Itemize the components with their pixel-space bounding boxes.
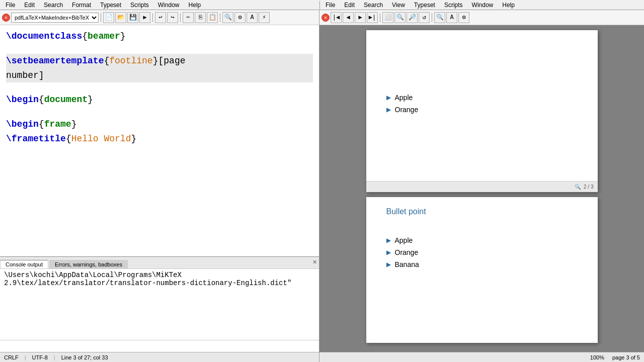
bullet-arrow-icon-4: ▶ [386,249,391,256]
bullet-label-orange-lower: Orange [395,248,419,256]
console-input[interactable] [0,340,319,352]
line-ending-status: CRLF [4,354,19,360]
pdf-first-page-button[interactable]: |◀ [331,12,342,23]
pdf-status-bar: 100% page 3 of 5 [319,352,644,362]
menu-search-right[interactable]: Search [362,1,384,9]
open-file-button[interactable]: 📂 [115,12,126,23]
bullet-list-lower: ▶ Apple ▶ Orange ▶ Banana [386,236,578,273]
pdf-toolbar-sep-1 [380,13,380,22]
pdf-page-lower-content: Bullet point ▶ Apple ▶ Orange ▶ Banana [366,197,598,343]
search-button[interactable]: 🔍 [222,12,233,23]
bullet-label-apple-lower: Apple [395,236,413,244]
save-button[interactable]: 💾 [127,12,138,23]
bullet-label-apple-upper: Apple [395,94,413,102]
pdf-zoom-out-button[interactable]: 🔎 [407,12,418,23]
code-line-1: \documentclass{beamer} [6,29,313,44]
pdf-page-upper: ▶ Apple ▶ Orange 🔍 2 / 3 [366,30,598,192]
editor-toolbar: ✕ pdfLaTeX+MakeIndex+BibTeX 📄 📂 💾 ▶ ↩ ↪ … [0,10,319,25]
pdf-close-button[interactable]: ✕ [321,14,330,22]
bottom-panel-close[interactable]: × [313,258,317,266]
menu-file-right[interactable]: File [324,1,337,9]
code-line-blank-1 [6,44,313,54]
bullet-label-orange-upper: Orange [395,106,419,114]
close-button[interactable]: ✕ [2,14,10,22]
bottom-tabs: Console output Errors, warnings, badboxe… [0,257,319,269]
pdf-page-title: Bullet point [386,207,578,216]
encoding-status: UTF-8 [32,354,48,360]
menu-scripts-left[interactable]: Scripts [129,1,150,9]
new-file-button[interactable]: 📄 [103,12,114,23]
pdf-toolbar-sep-2 [432,13,432,22]
pdf-next-page-button[interactable]: ▶ [355,12,366,23]
menu-edit-right[interactable]: Edit [343,1,356,9]
redo-button[interactable]: ↪ [167,12,178,23]
build-select[interactable]: pdfLaTeX+MakeIndex+BibTeX [11,13,99,23]
menu-format-left[interactable]: Format [70,1,93,9]
bullet-item-apple-lower: ▶ Apple [386,236,578,244]
menu-help-right[interactable]: Help [501,1,516,9]
bullet-arrow-icon-1: ▶ [386,94,391,101]
menu-search-left[interactable]: Search [42,1,64,9]
pdf-page-nav-bar: 🔍 2 / 3 [366,181,598,192]
menu-window-right[interactable]: Window [470,1,495,9]
menu-window-left[interactable]: Window [156,1,181,9]
run-button[interactable]: ▶ [139,12,150,23]
console-output: \Users\kochi\AppData\Local\Programs\MiKT… [0,269,319,340]
menu-view-right[interactable]: View [390,1,407,9]
code-line-blank-3 [6,107,313,117]
bullet-item-orange-upper: ▶ Orange [386,106,578,114]
editor-wrapper: \documentclass{beamer} \setbeamertemplat… [0,25,319,256]
bullet-arrow-icon-2: ▶ [386,106,391,113]
menu-help-left[interactable]: Help [187,1,202,9]
code-line-2: \setbeamertemplate{footline}[page number… [6,54,313,83]
cursor-position-status: Line 3 of 27; col 33 [61,354,108,360]
toolbar-separator-1 [101,13,101,22]
bottom-pane: Console output Errors, warnings, badboxe… [0,256,319,352]
toolbar-separator-2 [152,13,153,22]
pdf-zoom-in-button[interactable]: 🔍 [394,12,406,23]
bullet-arrow-icon-5: ▶ [386,261,391,268]
pdf-search-button[interactable]: 🔍 [434,12,445,23]
menu-typeset-right[interactable]: Typeset [413,1,437,9]
menu-file-left[interactable]: File [4,1,17,9]
pdf-rotate-button[interactable]: ↺ [419,12,430,23]
tab-console-output[interactable]: Console output [0,260,48,268]
pdf-page-upper-content: ▶ Apple ▶ Orange [366,30,598,181]
pdf-pane: ✕ |◀ ◀ ▶ ▶| ⬜ 🔍 🔎 ↺ 🔍 A ⚙ ▶ Apple [319,10,644,362]
pdf-fit-button[interactable]: ⬜ [382,12,393,23]
pdf-settings-button[interactable]: ⚙ [458,12,469,23]
editor-content[interactable]: \documentclass{beamer} \setbeamertemplat… [0,25,319,256]
console-text-input[interactable] [0,340,319,352]
extra-btn-2[interactable]: A [247,12,258,23]
pdf-page-lower: Bullet point ▶ Apple ▶ Orange ▶ Banana [366,197,598,343]
pdf-page-nav-label: 🔍 [575,184,581,190]
menu-scripts-right[interactable]: Scripts [443,1,464,9]
pdf-toolbar: ✕ |◀ ◀ ▶ ▶| ⬜ 🔍 🔎 ↺ 🔍 A ⚙ [319,10,644,25]
pdf-last-page-button[interactable]: ▶| [367,12,378,23]
bullet-arrow-icon-3: ▶ [386,237,391,244]
code-line-3: \begin{document} [6,93,313,107]
pdf-prev-page-button[interactable]: ◀ [343,12,354,23]
main-area: ✕ pdfLaTeX+MakeIndex+BibTeX 📄 📂 💾 ▶ ↩ ↪ … [0,10,644,362]
pdf-zoom-level: 100% [590,354,604,360]
tab-errors-warnings[interactable]: Errors, warnings, badboxes [49,260,128,268]
bullet-item-banana-lower: ▶ Banana [386,260,578,268]
pdf-page-number-upper: 2 / 3 [584,184,593,190]
paste-button[interactable]: 📋 [207,12,218,23]
menu-typeset-left[interactable]: Typeset [99,1,123,9]
editor-pane: ✕ pdfLaTeX+MakeIndex+BibTeX 📄 📂 💾 ▶ ↩ ↪ … [0,10,319,362]
undo-button[interactable]: ↩ [155,12,166,23]
cut-button[interactable]: ✂ [183,12,194,23]
extra-btn-1[interactable]: ⚙ [234,12,246,23]
code-line-5: \frametitle{Hello World} [6,132,313,146]
toolbar-separator-3 [180,13,181,22]
pdf-text-button[interactable]: A [446,12,457,23]
menu-edit-left[interactable]: Edit [23,1,36,9]
pdf-viewer-area[interactable]: ▶ Apple ▶ Orange 🔍 2 / 3 Bull [319,25,644,352]
extra-btn-3[interactable]: ⚡ [259,12,270,23]
copy-button[interactable]: ⎘ [195,12,206,23]
code-line-blank-2 [6,82,313,93]
menu-bar: File Edit Search Format Typeset Scripts … [0,0,644,10]
code-line-4: \begin{frame} [6,117,313,132]
editor-status-bar: CRLF | UTF-8 | Line 3 of 27; col 33 [0,352,319,362]
